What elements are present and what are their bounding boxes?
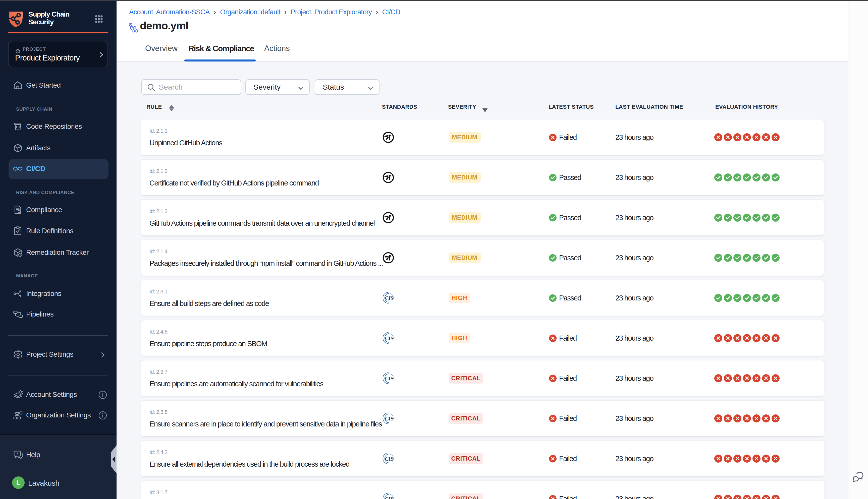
svg-text:?: ? (16, 452, 18, 456)
svg-text:CIS: CIS (385, 335, 393, 341)
svg-text:CIS: CIS (385, 376, 393, 381)
svg-text:CIS: CIS (385, 496, 393, 499)
svg-text:CIS: CIS (385, 295, 393, 301)
svg-text:CIS: CIS (385, 456, 393, 462)
svg-text:CIS: CIS (385, 416, 393, 422)
